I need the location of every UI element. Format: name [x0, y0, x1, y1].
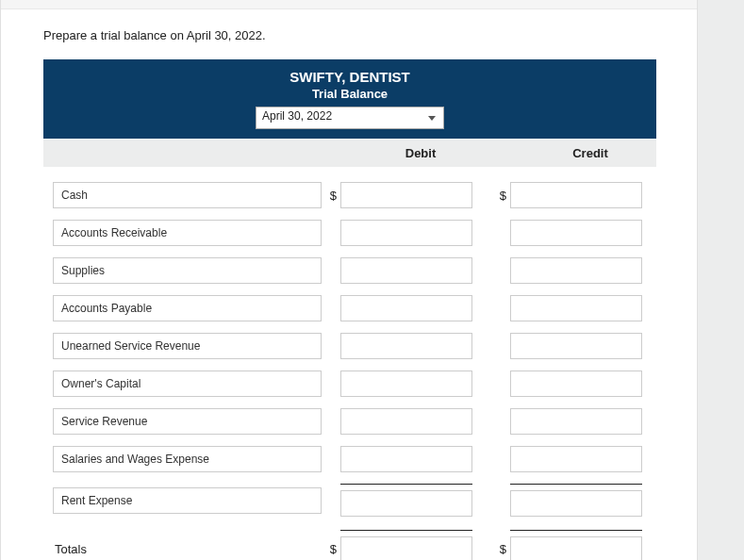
account-row: Salaries and Wages Expense — [43, 440, 656, 478]
debit-input[interactable] — [340, 408, 472, 435]
totals-credit-wrap — [510, 530, 642, 560]
account-name-input[interactable]: Accounts Payable — [53, 295, 322, 321]
column-debit-header: Debit — [355, 146, 487, 160]
credit-wrap — [510, 371, 642, 397]
debit-input[interactable] — [340, 490, 472, 517]
date-select-value: April 30, 2022 — [262, 109, 332, 123]
account-name-input[interactable]: Owner's Capital — [53, 371, 322, 397]
credit-wrap — [510, 257, 642, 284]
debit-input[interactable] — [340, 371, 472, 397]
account-row: Rent Expense — [43, 478, 656, 522]
report-title: Trial Balance — [43, 87, 656, 101]
currency-symbol: $ — [491, 189, 510, 203]
debit-wrap — [340, 408, 472, 435]
column-credit-header: Credit — [524, 146, 656, 160]
account-name-input[interactable]: Service Revenue — [53, 408, 322, 435]
account-name-input[interactable]: Unearned Service Revenue — [53, 333, 322, 359]
debit-wrap — [340, 484, 472, 517]
debit-input[interactable] — [340, 257, 472, 284]
account-name-input[interactable]: Rent Expense — [53, 487, 322, 514]
account-row: Accounts Receivable — [43, 214, 656, 252]
credit-input[interactable] — [510, 490, 642, 517]
credit-wrap — [510, 295, 642, 321]
credit-input[interactable] — [510, 182, 642, 208]
account-row: Unearned Service Revenue — [43, 327, 656, 365]
debit-input[interactable] — [340, 333, 472, 359]
account-row: Accounts Payable — [43, 289, 656, 327]
trial-balance-header: SWIFTY, DENTIST Trial Balance April 30, … — [43, 59, 656, 139]
account-row: Cash$$ — [43, 176, 656, 214]
account-rows: Cash$$Accounts ReceivableSuppliesAccount… — [43, 167, 656, 522]
credit-input[interactable] — [510, 371, 642, 397]
account-name-input[interactable]: Supplies — [53, 257, 322, 284]
debit-input[interactable] — [340, 295, 472, 321]
account-name-input[interactable]: Accounts Receivable — [53, 220, 322, 246]
credit-input[interactable] — [510, 220, 642, 246]
column-headers: Debit Credit — [43, 139, 656, 167]
totals-credit-input[interactable] — [510, 536, 642, 560]
credit-wrap — [510, 408, 642, 435]
credit-wrap — [510, 182, 642, 208]
credit-wrap — [510, 220, 642, 246]
credit-wrap — [510, 333, 642, 359]
credit-wrap — [510, 484, 642, 517]
debit-wrap — [340, 371, 472, 397]
account-name-input[interactable]: Salaries and Wages Expense — [53, 446, 322, 472]
totals-row: Totals $ $ — [43, 522, 656, 560]
account-row: Owner's Capital — [43, 365, 656, 403]
account-row: Supplies — [43, 252, 656, 289]
currency-symbol: $ — [322, 189, 340, 203]
currency-symbol: $ — [322, 542, 340, 556]
debit-wrap — [340, 333, 472, 359]
credit-wrap — [510, 446, 642, 472]
debit-wrap — [340, 220, 472, 246]
credit-input[interactable] — [510, 257, 642, 284]
debit-input[interactable] — [340, 220, 472, 246]
account-name-input[interactable]: Cash — [53, 182, 322, 208]
credit-input[interactable] — [510, 295, 642, 321]
credit-input[interactable] — [510, 408, 642, 435]
account-row: Service Revenue — [43, 403, 656, 440]
top-strip — [1, 0, 697, 9]
debit-wrap — [340, 182, 472, 208]
debit-wrap — [340, 257, 472, 284]
debit-input[interactable] — [340, 446, 472, 472]
credit-input[interactable] — [510, 446, 642, 472]
page-card: Prepare a trial balance on April 30, 202… — [0, 0, 698, 560]
debit-input[interactable] — [340, 182, 472, 208]
content-area: Prepare a trial balance on April 30, 202… — [1, 9, 697, 560]
totals-debit-input[interactable] — [340, 536, 472, 560]
debit-wrap — [340, 295, 472, 321]
currency-symbol: $ — [491, 542, 510, 556]
company-name: SWIFTY, DENTIST — [43, 69, 656, 85]
credit-input[interactable] — [510, 333, 642, 359]
question-prompt: Prepare a trial balance on April 30, 202… — [43, 28, 669, 42]
debit-wrap — [340, 446, 472, 472]
totals-label: Totals — [53, 542, 322, 556]
totals-debit-wrap — [340, 530, 472, 560]
trial-balance-container: SWIFTY, DENTIST Trial Balance April 30, … — [43, 59, 656, 560]
date-select[interactable]: April 30, 2022 — [256, 107, 444, 129]
